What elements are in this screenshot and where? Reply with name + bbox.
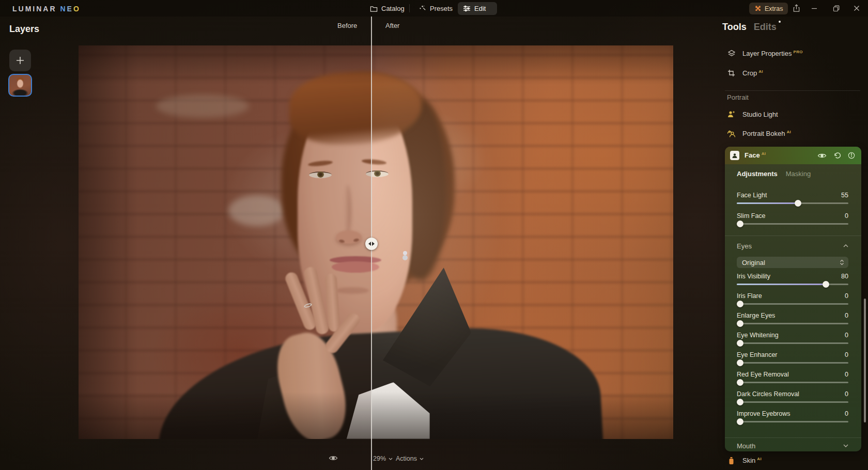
slider-knob-slim-face[interactable] <box>737 221 743 227</box>
tab-presets[interactable]: Presets <box>413 2 458 15</box>
two-person-icon <box>727 130 736 138</box>
slider-value-enlarge-eyes: 0 <box>845 312 848 319</box>
nav-separator <box>409 4 410 12</box>
tab-edits[interactable]: Edits <box>754 22 777 33</box>
eyes-preset-value: Original <box>742 259 765 267</box>
slider-track-red-eye-removal[interactable] <box>737 382 848 383</box>
slider-label-enlarge-eyes: Enlarge Eyes <box>737 312 775 319</box>
face-portrait-icon <box>730 151 739 160</box>
eyes-section-header[interactable]: Eyes <box>737 241 848 250</box>
handle-left-arrow-icon <box>368 242 371 246</box>
face-tool-header[interactable]: FaceAI <box>725 147 861 164</box>
slider-row-iris-visibility: Iris Visibility80 <box>737 272 848 288</box>
slider-value-iris-flare: 0 <box>845 292 848 300</box>
tool-skin[interactable]: SkinAI <box>727 457 762 465</box>
slider-track-eye-enhancer[interactable] <box>737 362 848 364</box>
slider-knob-face-light[interactable] <box>795 200 801 207</box>
tab-masking[interactable]: Masking <box>786 170 811 178</box>
tab-catalog[interactable]: Catalog <box>365 2 410 15</box>
slider-label-eye-whitening: Eye Whitening <box>737 332 779 339</box>
slider-label-dark-circles-removal: Dark Circles Removal <box>737 390 799 398</box>
plus-icon <box>16 56 25 65</box>
add-layer-button[interactable] <box>9 50 31 71</box>
sliders-icon <box>463 5 471 12</box>
mouth-section-header[interactable]: Mouth <box>737 441 848 450</box>
slider-label-red-eye-removal: Red Eye Removal <box>737 371 789 378</box>
slider-knob-enlarge-eyes[interactable] <box>737 320 743 327</box>
face-tool-panel: FaceAI Adjustments Ma <box>725 147 861 451</box>
slider-label-improve-eyebrows: Improve Eyebrows <box>737 410 791 417</box>
slider-knob-dark-circles-removal[interactable] <box>737 399 743 405</box>
eye-icon[interactable] <box>817 152 827 159</box>
panel-divider <box>725 437 861 438</box>
slider-value-iris-visibility: 80 <box>841 273 848 280</box>
slider-track-improve-eyebrows[interactable] <box>737 421 848 422</box>
zoom-level-dropdown[interactable]: 29% <box>373 455 393 462</box>
preview-eye-button[interactable] <box>329 455 338 462</box>
eyes-section-title: Eyes <box>737 242 752 250</box>
slider-row-dark-circles-removal: Dark Circles Removal0 <box>737 390 848 405</box>
edits-notification-dot <box>779 21 781 23</box>
slider-fill <box>737 202 798 204</box>
before-label: Before <box>337 22 357 29</box>
slider-fill <box>737 284 826 285</box>
slider-knob-improve-eyebrows[interactable] <box>737 418 743 425</box>
slider-knob-red-eye-removal[interactable] <box>737 379 743 386</box>
slider-row-iris-flare: Iris Flare0 <box>737 292 848 307</box>
actions-dropdown[interactable]: Actions <box>396 455 424 462</box>
tool-label: Portrait BokehAI <box>742 130 791 137</box>
slider-value-face-light: 55 <box>841 192 848 199</box>
slider-row-red-eye-removal: Red Eye Removal0 <box>737 370 848 386</box>
slider-knob-iris-visibility[interactable] <box>823 281 829 288</box>
slider-track-enlarge-eyes[interactable] <box>737 323 848 324</box>
slider-track-slim-face[interactable] <box>737 223 848 225</box>
slider-track-iris-visibility[interactable] <box>737 284 848 285</box>
wand-icon <box>419 5 426 12</box>
handle-right-arrow-icon <box>372 242 375 246</box>
tab-edit[interactable]: Edit <box>458 2 497 15</box>
slider-value-eye-whitening: 0 <box>845 332 848 339</box>
layers-panel-title: Layers <box>9 24 39 35</box>
portrait-section-title: Portrait <box>727 93 749 101</box>
slider-track-face-light[interactable] <box>737 202 848 204</box>
slider-label-iris-flare: Iris Flare <box>737 292 762 300</box>
panel-scrollbar[interactable] <box>864 299 866 422</box>
folder-icon <box>370 5 378 12</box>
tool-portrait-bokeh[interactable]: Portrait BokehAI <box>727 130 791 138</box>
tool-studio-light[interactable]: Studio Light <box>727 110 778 118</box>
tab-tools[interactable]: Tools <box>722 22 747 33</box>
layer-thumbnail[interactable] <box>8 74 32 97</box>
before-after-handle[interactable] <box>365 238 378 250</box>
tool-label: SkinAI <box>742 457 762 464</box>
app-logo: LUMINAR NEO <box>12 5 81 13</box>
select-chevrons-icon <box>840 259 844 265</box>
slider-row-eye-whitening: Eye Whitening0 <box>737 331 848 347</box>
eyes-preset-select[interactable]: Original <box>737 257 848 268</box>
slider-track-eye-whitening[interactable] <box>737 342 848 344</box>
slider-knob-iris-flare[interactable] <box>737 301 743 307</box>
slider-track-iris-flare[interactable] <box>737 303 848 305</box>
chevron-down-icon <box>389 458 393 460</box>
face-panel-tabs: Adjustments Masking <box>737 168 848 179</box>
slider-label-slim-face: Slim Face <box>737 212 766 220</box>
undo-icon[interactable] <box>833 152 841 159</box>
tool-crop[interactable]: CropAI <box>727 69 763 77</box>
tab-adjustments[interactable]: Adjustments <box>737 170 778 178</box>
slider-row-slim-face: Slim Face0 <box>737 212 848 227</box>
layers-icon <box>727 50 736 57</box>
slider-track-dark-circles-removal[interactable] <box>737 401 848 403</box>
slider-value-red-eye-removal: 0 <box>845 371 848 378</box>
info-icon[interactable] <box>848 152 855 159</box>
slider-row-enlarge-eyes: Enlarge Eyes0 <box>737 311 848 327</box>
slider-row-face-light: Face Light55 <box>737 191 848 207</box>
face-slider-list: Face Light55Slim Face0 <box>737 191 848 227</box>
slider-knob-eye-whitening[interactable] <box>737 340 743 347</box>
slider-row-eye-enhancer: Eye Enhancer0 <box>737 351 848 366</box>
slider-label-face-light: Face Light <box>737 192 767 199</box>
tool-layer-properties[interactable]: Layer PropertiesPRO <box>727 50 803 57</box>
tool-label: Studio Light <box>742 111 778 118</box>
slider-knob-eye-enhancer[interactable] <box>737 359 743 366</box>
logo-neo: NEO <box>60 5 80 13</box>
slider-label-iris-visibility: Iris Visibility <box>737 273 770 280</box>
mouth-section-title: Mouth <box>737 442 755 450</box>
